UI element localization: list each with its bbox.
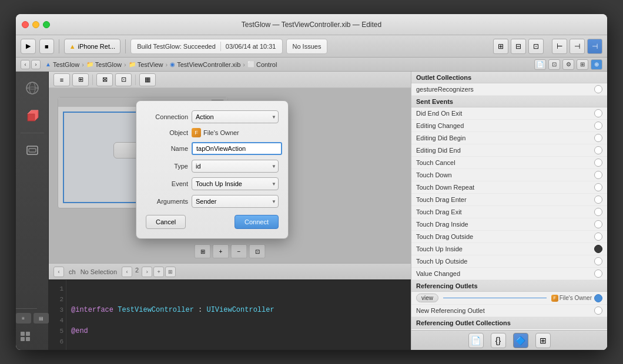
line-num-5: 5: [59, 326, 63, 336]
value-changed-circle[interactable]: [594, 269, 602, 278]
gesture-recognizers-item[interactable]: gestureRecognizers: [411, 83, 607, 96]
search-button[interactable]: ⊞: [577, 59, 588, 70]
touch-drag-enter-circle[interactable]: [594, 196, 602, 204]
breadcrumb-xib[interactable]: ◉ TestViewController.xib: [170, 61, 240, 68]
canvas-page-fwd[interactable]: ›: [142, 267, 152, 277]
debug-button[interactable]: ⊣: [570, 39, 585, 54]
spacer: [546, 39, 550, 54]
referencing-outlets-header: Referencing Outlets: [411, 280, 607, 292]
assistant-editor-button[interactable]: ⊟: [511, 39, 526, 54]
touch-down-repeat-circle[interactable]: [594, 183, 602, 191]
outlet-connection-line: [443, 298, 547, 298]
name-input[interactable]: [192, 142, 282, 155]
connection-label: Connection: [146, 113, 188, 120]
event-select[interactable]: Touch Up Inside: [192, 177, 279, 190]
editing-changed-label: Editing Changed: [416, 122, 592, 129]
arguments-select[interactable]: Sender: [192, 195, 279, 208]
view-outlet-circle[interactable]: [594, 294, 602, 302]
distribute-button[interactable]: ⊠: [96, 73, 113, 86]
editing-changed-circle[interactable]: [594, 122, 602, 130]
connect-button[interactable]: Connect: [235, 215, 279, 229]
breadcrumb-back[interactable]: ‹: [21, 60, 30, 69]
utilities-button[interactable]: ⊣: [587, 39, 602, 54]
editing-changed-item[interactable]: Editing Changed: [411, 120, 607, 132]
standard-editor-button[interactable]: ⊞: [493, 39, 508, 54]
touch-drag-inside-label: Touch Drag Inside: [416, 221, 592, 228]
canvas-add-page[interactable]: +: [153, 267, 164, 277]
new-referencing-outlet-item[interactable]: New Referencing Outlet: [411, 305, 607, 317]
breadcrumb-label-3: TestView: [138, 61, 163, 68]
sidebar-icon-grid[interactable]: [16, 328, 37, 345]
gesture-recognizers-circle[interactable]: [594, 85, 602, 93]
connection-select[interactable]: Action: [192, 110, 279, 123]
new-outlet-circle[interactable]: [594, 306, 602, 315]
navigator-button[interactable]: ⊢: [552, 39, 567, 54]
outlet-owner-label: File's Owner: [560, 295, 592, 301]
type-select[interactable]: id: [192, 160, 279, 173]
breadcrumb-testview[interactable]: 📁 TestView: [129, 61, 163, 68]
sidebar-mini-btn-2[interactable]: ▤: [34, 313, 49, 323]
touch-up-inside-item[interactable]: Touch Up Inside: [411, 243, 607, 255]
touch-up-outside-item[interactable]: Touch Up Outside: [411, 255, 607, 268]
editing-did-end-circle[interactable]: [594, 146, 602, 154]
canvas-settings[interactable]: ⊞: [165, 267, 176, 277]
embed-in-button[interactable]: ▦: [139, 73, 156, 86]
sidebar-icon-sphere[interactable]: [21, 76, 44, 100]
sidebar-mini-btn-1[interactable]: ≡: [16, 313, 31, 323]
breadcrumb-control[interactable]: ⬜ Control: [247, 61, 277, 68]
touch-drag-exit-circle[interactable]: [594, 208, 602, 216]
close-button[interactable]: [22, 21, 29, 28]
filter-button[interactable]: ⊡: [548, 59, 560, 70]
action-menu-button[interactable]: ⚙: [562, 59, 574, 70]
align-left-button[interactable]: ≡: [53, 73, 70, 86]
maximize-button[interactable]: [43, 21, 50, 28]
version-editor-button[interactable]: ⊡: [528, 39, 544, 54]
rpb-grid-button[interactable]: ⊞: [535, 333, 551, 348]
add-file-button[interactable]: 📄: [534, 59, 546, 70]
touch-drag-outside-circle[interactable]: [594, 232, 602, 241]
touch-drag-inside-circle[interactable]: [594, 220, 602, 228]
touch-down-item[interactable]: Touch Down: [411, 169, 607, 181]
new-referencing-outlet-label: New Referencing Outlet: [416, 307, 592, 314]
touch-drag-outside-item[interactable]: Touch Drag Outside: [411, 231, 607, 243]
editing-did-end-item[interactable]: Editing Did End: [411, 144, 607, 157]
sidebar-icon-cube[interactable]: [21, 105, 44, 128]
sidebar-icon-frame[interactable]: [21, 138, 44, 161]
did-end-on-exit-circle[interactable]: [594, 109, 602, 117]
play-button[interactable]: ▶: [21, 39, 36, 54]
touch-drag-inside-item[interactable]: Touch Drag Inside: [411, 218, 607, 231]
resize-button[interactable]: ⊡: [115, 73, 132, 86]
breadcrumb-testglow-1[interactable]: ▲ TestGlow: [45, 61, 79, 68]
touch-cancel-item[interactable]: Touch Cancel: [411, 157, 607, 169]
cancel-button[interactable]: Cancel: [146, 215, 186, 229]
touch-up-outside-circle[interactable]: [594, 257, 602, 265]
touch-drag-exit-item[interactable]: Touch Drag Exit: [411, 206, 607, 218]
minimize-button[interactable]: [32, 21, 39, 28]
did-end-on-exit-item[interactable]: Did End On Exit: [411, 107, 607, 120]
value-changed-item[interactable]: Value Changed: [411, 268, 607, 280]
code-line-1: [71, 284, 406, 294]
touch-cancel-circle[interactable]: [594, 159, 602, 167]
touch-up-inside-circle[interactable]: [594, 245, 602, 253]
breadcrumb-testglow-2[interactable]: 📁 TestGlow: [86, 61, 122, 68]
canvas-page-back[interactable]: ‹: [122, 267, 132, 277]
touch-down-repeat-item[interactable]: Touch Down Repeat: [411, 181, 607, 194]
align-right-button[interactable]: ⊞: [72, 73, 89, 86]
touch-drag-enter-item[interactable]: Touch Drag Enter: [411, 194, 607, 206]
inspector-button[interactable]: ⊕: [591, 59, 602, 70]
scheme-selector[interactable]: ▲ iPhone Ret...: [64, 39, 120, 54]
rpb-code-button[interactable]: {}: [491, 333, 506, 348]
titlebar: TestGlow — TestViewController.xib — Edit…: [16, 14, 607, 35]
stop-button[interactable]: ■: [39, 39, 54, 54]
editing-did-begin-circle[interactable]: [594, 134, 602, 142]
breadcrumb-forward[interactable]: ›: [31, 60, 41, 69]
canvas-toolbar: ≡ ⊞ ⊠ ⊡ ▦: [49, 72, 411, 88]
svg-point-0: [26, 82, 38, 94]
editing-did-begin-item[interactable]: Editing Did Begin: [411, 132, 607, 144]
rpb-file-button[interactable]: 📄: [468, 333, 484, 348]
rpb-cube-button[interactable]: 🔷: [513, 333, 528, 348]
canvas-prev-button[interactable]: ‹: [53, 267, 64, 277]
view-outlet-row[interactable]: view F File's Owner: [411, 292, 607, 305]
gesture-recognizers-label: gestureRecognizers: [416, 86, 592, 93]
touch-down-circle[interactable]: [594, 171, 602, 179]
